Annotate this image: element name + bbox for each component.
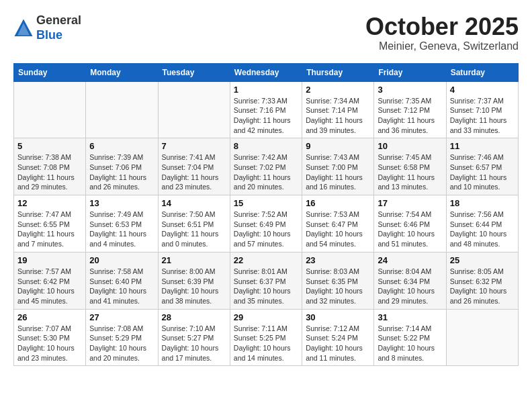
calendar-cell: 22Sunrise: 8:01 AM Sunset: 6:37 PM Dayli… <box>230 252 302 309</box>
calendar-week-row: 12Sunrise: 7:47 AM Sunset: 6:55 PM Dayli… <box>14 195 519 253</box>
weekday-header-tuesday: Tuesday <box>158 63 230 81</box>
calendar-cell: 2Sunrise: 7:34 AM Sunset: 7:14 PM Daylig… <box>302 81 374 138</box>
weekday-header-monday: Monday <box>86 63 158 81</box>
calendar-cell: 28Sunrise: 7:10 AM Sunset: 5:27 PM Dayli… <box>158 309 230 366</box>
day-number: 26 <box>17 312 82 322</box>
day-info: Sunrise: 7:11 AM Sunset: 5:25 PM Dayligh… <box>234 324 298 363</box>
day-number: 22 <box>234 255 298 265</box>
day-number: 6 <box>89 141 154 151</box>
day-number: 15 <box>234 198 298 208</box>
day-info: Sunrise: 7:14 AM Sunset: 5:22 PM Dayligh… <box>378 324 442 363</box>
calendar-cell <box>86 81 158 138</box>
calendar-week-row: 19Sunrise: 7:57 AM Sunset: 6:42 PM Dayli… <box>14 252 519 309</box>
day-info: Sunrise: 7:45 AM Sunset: 6:58 PM Dayligh… <box>378 152 442 192</box>
day-info: Sunrise: 7:53 AM Sunset: 6:47 PM Dayligh… <box>306 210 370 249</box>
calendar-cell: 25Sunrise: 8:05 AM Sunset: 6:32 PM Dayli… <box>446 252 518 309</box>
calendar-cell: 1Sunrise: 7:33 AM Sunset: 7:16 PM Daylig… <box>230 81 302 138</box>
calendar-cell: 21Sunrise: 8:00 AM Sunset: 6:39 PM Dayli… <box>158 252 230 309</box>
day-info: Sunrise: 8:04 AM Sunset: 6:34 PM Dayligh… <box>378 267 442 306</box>
day-info: Sunrise: 8:03 AM Sunset: 6:35 PM Dayligh… <box>306 267 370 306</box>
day-info: Sunrise: 8:00 AM Sunset: 6:39 PM Dayligh… <box>162 267 226 306</box>
day-number: 11 <box>450 141 515 151</box>
calendar-cell: 23Sunrise: 8:03 AM Sunset: 6:35 PM Dayli… <box>302 252 374 309</box>
day-number: 27 <box>89 312 154 322</box>
day-number: 13 <box>89 198 154 208</box>
calendar-cell: 27Sunrise: 7:08 AM Sunset: 5:29 PM Dayli… <box>86 309 158 366</box>
day-info: Sunrise: 7:57 AM Sunset: 6:42 PM Dayligh… <box>17 267 82 306</box>
calendar-cell: 17Sunrise: 7:54 AM Sunset: 6:46 PM Dayli… <box>374 195 446 253</box>
calendar-cell: 8Sunrise: 7:42 AM Sunset: 7:02 PM Daylig… <box>230 138 302 195</box>
calendar-cell: 29Sunrise: 7:11 AM Sunset: 5:25 PM Dayli… <box>230 309 302 366</box>
calendar-cell: 31Sunrise: 7:14 AM Sunset: 5:22 PM Dayli… <box>374 309 446 366</box>
calendar-cell: 13Sunrise: 7:49 AM Sunset: 6:53 PM Dayli… <box>86 195 158 253</box>
weekday-header-friday: Friday <box>374 63 446 81</box>
day-info: Sunrise: 7:42 AM Sunset: 7:02 PM Dayligh… <box>234 152 298 192</box>
logo-general-text: General <box>36 13 81 27</box>
title-block: October 2025 Meinier, Geneva, Switzerlan… <box>365 13 519 52</box>
day-number: 24 <box>378 255 442 265</box>
calendar-cell: 19Sunrise: 7:57 AM Sunset: 6:42 PM Dayli… <box>14 252 86 309</box>
day-info: Sunrise: 7:34 AM Sunset: 7:14 PM Dayligh… <box>306 96 370 136</box>
day-info: Sunrise: 7:38 AM Sunset: 7:08 PM Dayligh… <box>17 152 82 192</box>
calendar-cell: 6Sunrise: 7:39 AM Sunset: 7:06 PM Daylig… <box>86 138 158 195</box>
logo: General Blue <box>13 13 81 42</box>
day-number: 17 <box>378 198 442 208</box>
calendar-cell: 16Sunrise: 7:53 AM Sunset: 6:47 PM Dayli… <box>302 195 374 253</box>
calendar-week-row: 5Sunrise: 7:38 AM Sunset: 7:08 PM Daylig… <box>14 138 519 195</box>
logo-blue-text: Blue <box>36 28 62 42</box>
calendar-cell: 4Sunrise: 7:37 AM Sunset: 7:10 PM Daylig… <box>446 81 518 138</box>
calendar-cell: 5Sunrise: 7:38 AM Sunset: 7:08 PM Daylig… <box>14 138 86 195</box>
calendar-cell: 3Sunrise: 7:35 AM Sunset: 7:12 PM Daylig… <box>374 81 446 138</box>
calendar-cell: 18Sunrise: 7:56 AM Sunset: 6:44 PM Dayli… <box>446 195 518 253</box>
location-text: Meinier, Geneva, Switzerland <box>365 40 519 52</box>
calendar-cell: 14Sunrise: 7:50 AM Sunset: 6:51 PM Dayli… <box>158 195 230 253</box>
calendar-cell: 12Sunrise: 7:47 AM Sunset: 6:55 PM Dayli… <box>14 195 86 253</box>
weekday-header-saturday: Saturday <box>446 63 518 81</box>
calendar-cell <box>446 309 518 366</box>
weekday-header-sunday: Sunday <box>14 63 86 81</box>
day-info: Sunrise: 7:56 AM Sunset: 6:44 PM Dayligh… <box>450 210 515 249</box>
day-info: Sunrise: 7:41 AM Sunset: 7:04 PM Dayligh… <box>162 152 226 192</box>
calendar-header-row: SundayMondayTuesdayWednesdayThursdayFrid… <box>14 63 519 81</box>
calendar-cell: 30Sunrise: 7:12 AM Sunset: 5:24 PM Dayli… <box>302 309 374 366</box>
logo-icon <box>13 18 34 38</box>
calendar-week-row: 1Sunrise: 7:33 AM Sunset: 7:16 PM Daylig… <box>14 81 519 138</box>
calendar-cell: 24Sunrise: 8:04 AM Sunset: 6:34 PM Dayli… <box>374 252 446 309</box>
day-number: 19 <box>17 255 82 265</box>
day-number: 7 <box>162 141 226 151</box>
day-info: Sunrise: 7:12 AM Sunset: 5:24 PM Dayligh… <box>306 324 370 363</box>
calendar-cell: 7Sunrise: 7:41 AM Sunset: 7:04 PM Daylig… <box>158 138 230 195</box>
weekday-header-thursday: Thursday <box>302 63 374 81</box>
day-number: 25 <box>450 255 515 265</box>
day-number: 4 <box>450 85 515 95</box>
day-number: 2 <box>306 85 370 95</box>
day-info: Sunrise: 7:52 AM Sunset: 6:49 PM Dayligh… <box>234 210 298 249</box>
day-info: Sunrise: 7:08 AM Sunset: 5:29 PM Dayligh… <box>89 324 154 363</box>
calendar-cell <box>158 81 230 138</box>
day-number: 20 <box>89 255 154 265</box>
day-number: 31 <box>378 312 442 322</box>
calendar-week-row: 26Sunrise: 7:07 AM Sunset: 5:30 PM Dayli… <box>14 309 519 366</box>
calendar-cell: 10Sunrise: 7:45 AM Sunset: 6:58 PM Dayli… <box>374 138 446 195</box>
calendar-cell: 9Sunrise: 7:43 AM Sunset: 7:00 PM Daylig… <box>302 138 374 195</box>
calendar-cell: 26Sunrise: 7:07 AM Sunset: 5:30 PM Dayli… <box>14 309 86 366</box>
day-number: 9 <box>306 141 370 151</box>
day-info: Sunrise: 7:58 AM Sunset: 6:40 PM Dayligh… <box>89 267 154 306</box>
day-info: Sunrise: 7:43 AM Sunset: 7:00 PM Dayligh… <box>306 152 370 192</box>
day-info: Sunrise: 7:37 AM Sunset: 7:10 PM Dayligh… <box>450 96 515 136</box>
day-number: 30 <box>306 312 370 322</box>
day-number: 3 <box>378 85 442 95</box>
calendar-cell: 15Sunrise: 7:52 AM Sunset: 6:49 PM Dayli… <box>230 195 302 253</box>
day-info: Sunrise: 7:07 AM Sunset: 5:30 PM Dayligh… <box>17 324 82 363</box>
day-number: 14 <box>162 198 226 208</box>
day-number: 1 <box>234 85 298 95</box>
day-number: 12 <box>17 198 82 208</box>
weekday-header-wednesday: Wednesday <box>230 63 302 81</box>
day-info: Sunrise: 7:54 AM Sunset: 6:46 PM Dayligh… <box>378 210 442 249</box>
calendar-table: SundayMondayTuesdayWednesdayThursdayFrid… <box>13 63 519 367</box>
calendar-cell: 11Sunrise: 7:46 AM Sunset: 6:57 PM Dayli… <box>446 138 518 195</box>
day-number: 8 <box>234 141 298 151</box>
day-info: Sunrise: 7:35 AM Sunset: 7:12 PM Dayligh… <box>378 96 442 136</box>
calendar-cell <box>14 81 86 138</box>
day-number: 16 <box>306 198 370 208</box>
